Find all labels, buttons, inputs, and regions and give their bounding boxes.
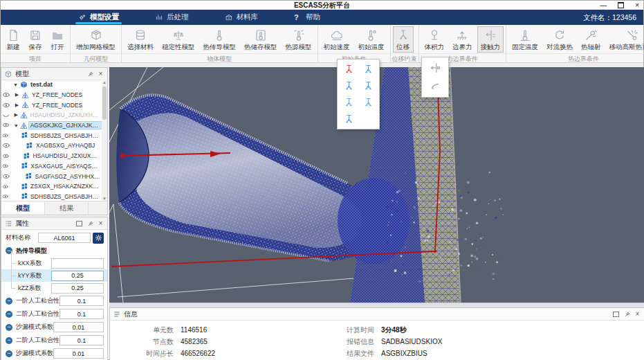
expander-icon[interactable]: ▶ <box>13 112 19 118</box>
eye-icon[interactable] <box>1 192 10 201</box>
property-row-7[interactable]: −沙漏模式系数0.01 <box>1 321 107 334</box>
property-input[interactable]: 0.1 <box>59 335 104 345</box>
eye-icon[interactable] <box>1 120 10 129</box>
tree-item-7[interactable]: HSAUHDISU_JZXIUXHAHX <box>1 151 102 161</box>
constraint-xz-option[interactable] <box>358 78 378 93</box>
property-row-8[interactable]: −二阶人工粘合性0.1 <box>1 334 107 347</box>
expander-icon[interactable]: ▼ <box>13 123 19 128</box>
property-row-4[interactable]: kZZ系数0.25 <box>1 282 107 294</box>
restore-icon[interactable] <box>76 221 82 226</box>
constraint-z-option[interactable] <box>339 111 358 127</box>
property-input[interactable]: 0.01 <box>53 348 104 359</box>
constraint-all-option[interactable] <box>339 62 358 77</box>
ribbon-button-body-force[interactable]: 体积力 <box>421 26 448 53</box>
pin-icon[interactable] <box>86 219 94 227</box>
tree-item-6[interactable]: XAGBSXG_AYHAQBJ <box>1 141 102 151</box>
eye-icon[interactable] <box>1 141 11 150</box>
eye-icon[interactable] <box>1 172 11 181</box>
material-settings-button[interactable] <box>93 233 104 244</box>
collapse-icon[interactable]: − <box>6 350 12 357</box>
ribbon-button-new-doc[interactable]: 新建 <box>3 26 24 53</box>
menu-tab-2[interactable]: 材料库 <box>207 10 277 25</box>
eye-icon[interactable] <box>1 152 10 161</box>
eye-closed-icon[interactable] <box>1 111 10 120</box>
close-icon[interactable]: × <box>97 219 104 227</box>
ribbon-button-thermo-storage[interactable]: 热储存模型 <box>241 26 281 53</box>
tree-item-11[interactable]: SDHSBJZS_GHSABJHB_ZAHU <box>1 192 102 201</box>
ribbon-button-convection[interactable]: 对流换热 <box>543 26 576 53</box>
property-input[interactable]: 0.25 <box>51 283 104 294</box>
tree-item-2[interactable]: ▶YZ_FREE_NODES <box>1 100 102 110</box>
menu-tab-0[interactable]: 模型设置 <box>60 10 137 25</box>
menu-tab-3[interactable]: ?帮助 <box>276 10 338 25</box>
scrollbar-thumb[interactable] <box>102 87 107 120</box>
pin-icon[interactable] <box>86 70 94 78</box>
eye-icon[interactable] <box>1 90 11 100</box>
minimize-button[interactable]: — <box>600 2 607 9</box>
contact-tangent-option[interactable] <box>422 78 448 95</box>
ribbon-button-fixed-temp[interactable]: 固定温度 <box>508 26 542 53</box>
tree-item-3[interactable]: ▶HSAUHDISU_JZXIUXHAHX <box>1 110 102 120</box>
maximize-button[interactable] <box>618 2 624 8</box>
property-input[interactable]: 0.01 <box>53 322 104 332</box>
property-input[interactable]: 0.1 <box>59 296 104 306</box>
eye-icon[interactable] <box>1 183 9 190</box>
constraint-xyz-option[interactable] <box>358 62 378 77</box>
ribbon-button-thermo-source[interactable]: 热源模型 <box>282 26 315 53</box>
close-icon[interactable]: × <box>634 310 641 318</box>
property-row-6[interactable]: −二阶人工粘合性0.1 <box>1 307 107 321</box>
eye-icon[interactable] <box>1 132 10 140</box>
constraint-x-option[interactable] <box>339 95 358 110</box>
tab-result[interactable]: 结果 <box>45 201 89 215</box>
ribbon-button-thermometer[interactable]: 热传导模型 <box>200 26 240 53</box>
ribbon-button-contact-force[interactable]: 接触力 <box>477 26 504 53</box>
ribbon-button-boundary-force[interactable]: 边界力 <box>449 26 476 53</box>
close-icon[interactable]: × <box>97 70 104 78</box>
tree-item-8[interactable]: XSAXGAUS_AISYAQSH_ASHX <box>1 161 102 172</box>
eye-icon[interactable] <box>1 162 10 170</box>
tab-model[interactable]: 模型 <box>1 201 45 215</box>
property-input[interactable]: 0.25 <box>51 271 104 281</box>
property-row-1[interactable]: −热传导模型 <box>1 244 107 257</box>
constraint-xy-option[interactable] <box>339 78 358 93</box>
property-row-5[interactable]: −一阶人工粘合性0.1 <box>1 294 107 307</box>
ribbon-button-gauss-flux[interactable]: 移动高斯热通量 <box>606 26 644 53</box>
eye-icon[interactable] <box>1 100 11 110</box>
ribbon-button-cloud-speed[interactable]: 初始速度 <box>320 26 353 53</box>
tree-item-1[interactable]: ▶YZ_FREE_NODES <box>1 90 102 100</box>
ribbon-button-balance[interactable]: 稳定性模型 <box>158 26 199 53</box>
property-row-2[interactable]: kXX系数 <box>1 257 107 269</box>
ribbon-button-save[interactable]: 保存 <box>25 26 46 53</box>
collapse-icon[interactable]: − <box>6 324 12 331</box>
property-input[interactable]: AL6061 <box>38 233 91 243</box>
tree-item-5[interactable]: SDHSBJZS_GHSABJHB_ZAHU <box>1 130 102 141</box>
collapse-icon[interactable]: − <box>6 311 12 318</box>
expander-icon[interactable]: ▶ <box>14 102 20 108</box>
property-input[interactable] <box>51 258 104 269</box>
expander-icon[interactable]: ▶ <box>14 92 20 98</box>
constraint-y-option[interactable] <box>358 95 378 110</box>
expander-icon[interactable]: ▼ <box>12 82 19 87</box>
collapse-icon[interactable]: − <box>6 298 12 305</box>
ribbon-button-material-db[interactable]: 选择材料 <box>124 26 157 53</box>
property-row-0[interactable]: 材料名称AL6061 <box>1 231 107 244</box>
close-button[interactable]: × <box>635 2 639 9</box>
property-row-3[interactable]: kYY系数0.25 <box>1 269 107 282</box>
menu-tab-1[interactable]: 后处理 <box>137 10 207 25</box>
property-row-9[interactable]: −沙漏模式系数0.01 <box>1 347 107 360</box>
collapse-icon[interactable]: − <box>6 337 12 344</box>
tree-item-10[interactable]: ZSXGX_HSAKAZNZXK_AHASX <box>1 181 102 192</box>
ribbon-button-radiation[interactable]: 热辐射 <box>578 26 605 53</box>
property-input[interactable]: 0.1 <box>59 309 104 319</box>
tree-item-4[interactable]: ▼AGSGKJKG_GJHXAJKHXA <box>1 120 102 131</box>
tree-item-0[interactable]: ▼test.dat <box>1 80 102 90</box>
ribbon-button-open-folder[interactable]: 打开 <box>47 26 68 53</box>
restore-icon[interactable] <box>613 312 619 317</box>
pin-icon[interactable] <box>623 310 631 318</box>
contact-normal-option[interactable] <box>422 60 448 76</box>
ribbon-button-add-mesh[interactable]: 增加网格模型 <box>73 26 119 53</box>
tree-scrollbar[interactable]: ▲ ▼ <box>102 80 107 201</box>
scroll-up-icon[interactable]: ▲ <box>102 80 107 84</box>
tree-item-9[interactable]: SAGFASGZ_ASYHHXSN <box>1 171 102 181</box>
ribbon-button-init-temp[interactable]: 初始温度 <box>355 26 388 53</box>
